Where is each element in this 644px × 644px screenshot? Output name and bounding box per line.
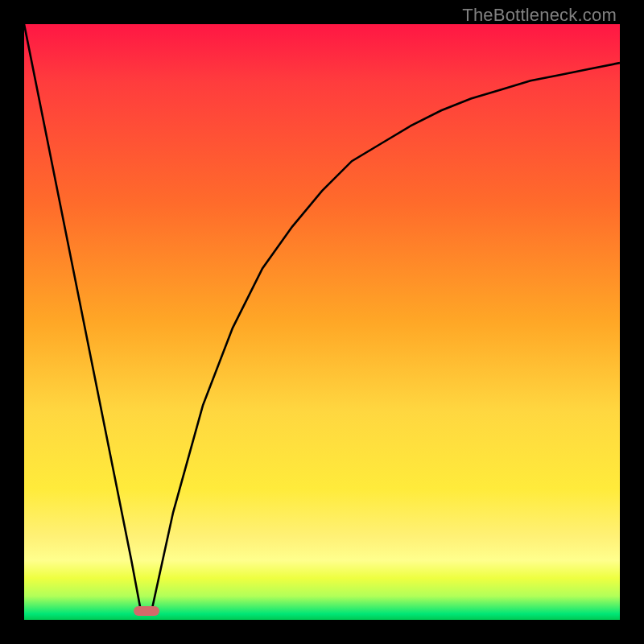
chart-frame: TheBottleneck.com [0, 0, 644, 644]
curve-svg [24, 24, 620, 620]
plot-area [24, 24, 620, 620]
watermark-text: TheBottleneck.com [462, 5, 617, 26]
curve-right-ascent [152, 63, 620, 608]
curve-left-descent [24, 24, 140, 608]
bottleneck-marker [134, 606, 159, 616]
